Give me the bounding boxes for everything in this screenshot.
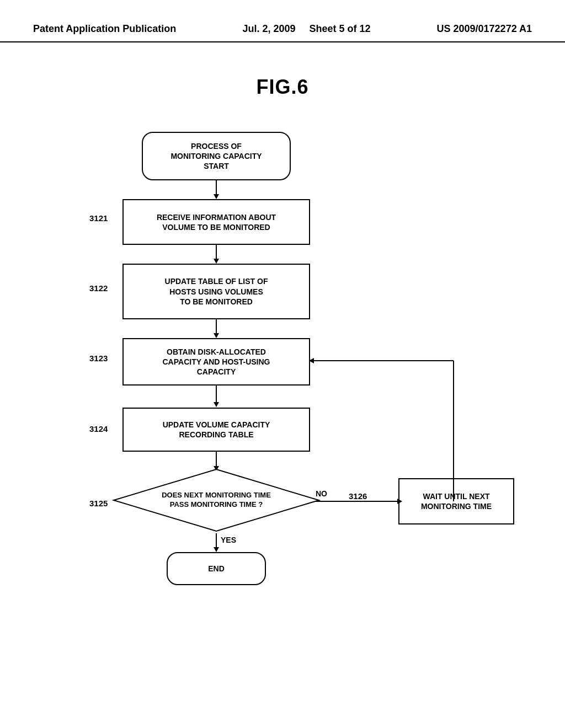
step-3126-box: WAIT UNTIL NEXT MONITORING TIME (398, 478, 514, 524)
end-box-text: END (208, 564, 225, 574)
label-3121: 3121 (89, 213, 108, 223)
diamond-text: DOES NEXT MONITORING TIME PASS MONITORIN… (161, 491, 271, 510)
no-label: NO (316, 489, 327, 498)
patent-number: US 2009/0172272 A1 (437, 23, 532, 34)
step-3124-text: UPDATE VOLUME CAPACITY RECORDING TABLE (163, 420, 270, 440)
label-3124: 3124 (89, 424, 108, 433)
step-3123-text: OBTAIN DISK-ALLOCATED CAPACITY AND HOST-… (163, 347, 270, 377)
start-box-text: PROCESS OF MONITORING CAPACITY START (170, 141, 262, 172)
header-left: Patent Application Publication (33, 22, 176, 36)
step-3121-box: RECEIVE INFORMATION ABOUT VOLUME TO BE M… (122, 199, 310, 245)
svg-marker-3 (214, 259, 219, 264)
step-3121-text: RECEIVE INFORMATION ABOUT VOLUME TO BE M… (157, 212, 276, 232)
label-3126: 3126 (349, 491, 367, 501)
svg-marker-11 (214, 547, 219, 552)
header-right: US 2009/0172272 A1 (437, 22, 532, 36)
flowchart: PROCESS OF MONITORING CAPACITY START 312… (34, 115, 531, 645)
svg-marker-7 (214, 402, 219, 407)
figure-title: FIG.6 (0, 76, 565, 99)
step-3122-box: UPDATE TABLE OF LIST OF HOSTS USING VOLU… (122, 264, 310, 319)
label-3122: 3122 (89, 283, 108, 293)
diamond-3125: DOES NEXT MONITORING TIME PASS MONITORIN… (111, 467, 321, 533)
step-3122-text: UPDATE TABLE OF LIST OF HOSTS USING VOLU… (165, 276, 268, 307)
yes-label: YES (221, 536, 236, 544)
publication-label: Patent Application Publication (33, 23, 176, 34)
publication-date: Jul. 2, 2009 (242, 23, 295, 34)
svg-marker-1 (214, 194, 219, 199)
header-center: Jul. 2, 2009 Sheet 5 of 12 (242, 22, 370, 36)
end-box: END (167, 552, 266, 585)
label-3123: 3123 (89, 354, 108, 363)
header: Patent Application Publication Jul. 2, 2… (0, 0, 565, 42)
sheet-info: Sheet 5 of 12 (309, 23, 370, 34)
step-3123-box: OBTAIN DISK-ALLOCATED CAPACITY AND HOST-… (122, 338, 310, 386)
step-3124-box: UPDATE VOLUME CAPACITY RECORDING TABLE (122, 408, 310, 452)
step-3126-text: WAIT UNTIL NEXT MONITORING TIME (421, 491, 492, 511)
label-3125: 3125 (89, 499, 108, 508)
start-box: PROCESS OF MONITORING CAPACITY START (142, 132, 291, 180)
svg-marker-5 (214, 333, 219, 338)
